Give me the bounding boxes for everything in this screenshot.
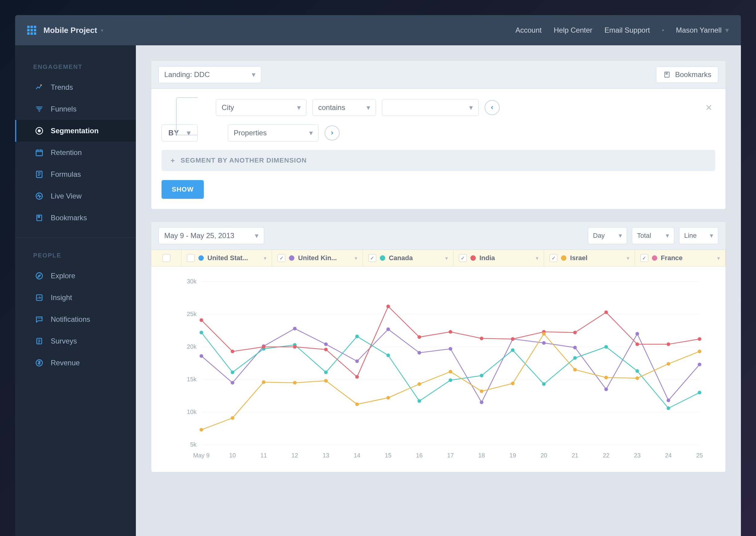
svg-point-44 <box>324 342 328 346</box>
remove-filter-button[interactable]: ✕ <box>705 103 715 113</box>
topbar: Mobile Project ▾ Account Help Center Ema… <box>15 15 741 45</box>
legend-item[interactable]: ✓United Kin...▾ <box>272 250 362 266</box>
sidebar-item-notifications[interactable]: Notifications <box>15 309 136 330</box>
user-menu[interactable]: Mason Yarnell ▾ <box>676 26 729 34</box>
nav-email-support[interactable]: Email Support <box>605 26 650 34</box>
sidebar-item-label: Funnels <box>51 105 77 113</box>
svg-point-70 <box>605 345 608 349</box>
sidebar-item-revenue[interactable]: Revenue <box>15 352 136 374</box>
liveview-icon <box>34 191 44 201</box>
checkbox-icon: ✓ <box>368 254 376 262</box>
legend-item[interactable]: ✓Canada▾ <box>363 250 454 266</box>
chevron-right-icon <box>330 130 335 136</box>
collapse-filter-button[interactable] <box>485 100 500 115</box>
series-color-dot <box>470 255 476 261</box>
chevron-down-icon: ▾ <box>264 255 266 261</box>
svg-point-107 <box>698 350 701 353</box>
segmentation-builder-card: Landing: DDC ▾ Bookmarks City ▾ <box>151 60 726 209</box>
svg-text:17: 17 <box>447 452 454 459</box>
svg-point-93 <box>262 381 266 384</box>
chevron-down-icon: ▾ <box>252 70 255 79</box>
formulas-icon <box>34 170 44 179</box>
insight-icon <box>34 293 44 302</box>
legend-item[interactable]: United Stat...▾ <box>181 250 272 266</box>
svg-point-76 <box>262 345 266 349</box>
sidebar-item-formulas[interactable]: Formulas <box>15 163 136 185</box>
legend-selectall[interactable] <box>151 250 181 266</box>
sidebar-item-live-view[interactable]: Live View <box>15 185 136 207</box>
legend-item[interactable]: ✓France▾ <box>635 250 726 266</box>
expand-groupby-button[interactable] <box>325 125 340 141</box>
sidebar-item-label: Formulas <box>51 170 81 179</box>
sidebar-item-segmentation[interactable]: Segmentation <box>15 120 136 142</box>
bookmarks-button[interactable]: Bookmarks <box>656 66 718 83</box>
add-dimension-button[interactable]: ＋ SEGMENT BY ANOTHER DIMENSION <box>162 150 715 171</box>
svg-point-53 <box>605 387 608 391</box>
legend-row: United Stat...▾✓United Kin...▾✓Canada▾✓I… <box>151 250 726 266</box>
svg-point-72 <box>667 406 670 410</box>
series-color-dot <box>289 255 294 261</box>
main-content: Landing: DDC ▾ Bookmarks City ▾ <box>136 45 741 536</box>
nav-help-center[interactable]: Help Center <box>554 26 592 34</box>
filter-operator-select[interactable]: contains ▾ <box>312 99 376 116</box>
sidebar-item-bookmarks[interactable]: Bookmarks <box>15 207 136 229</box>
legend-item[interactable]: ✓India▾ <box>454 250 544 266</box>
nav-account[interactable]: Account <box>515 26 542 34</box>
groupby-property-select[interactable]: Properties ▾ <box>228 124 319 141</box>
chevron-down-icon[interactable]: ▾ <box>101 27 103 33</box>
sidebar-item-funnels[interactable]: Funnels <box>15 98 136 120</box>
sidebar-item-surveys[interactable]: Surveys <box>15 330 136 352</box>
sidebar-item-trends[interactable]: Trends <box>15 77 136 98</box>
event-select[interactable]: Landing: DDC ▾ <box>159 66 261 83</box>
svg-text:25k: 25k <box>187 311 197 317</box>
filter-value-select[interactable]: ▾ <box>382 99 479 116</box>
sidebar-item-explore[interactable]: Explore <box>15 265 136 287</box>
sidebar-item-label: Segmentation <box>51 127 99 135</box>
svg-point-55 <box>667 398 670 402</box>
chevron-left-icon <box>489 105 495 110</box>
svg-point-80 <box>387 305 390 308</box>
legend-label: Israel <box>570 254 587 262</box>
sidebar-item-label: Bookmarks <box>51 214 87 222</box>
svg-point-58 <box>231 370 234 374</box>
svg-point-88 <box>636 342 639 346</box>
svg-point-84 <box>511 337 515 341</box>
app-launcher-icon[interactable] <box>27 26 36 35</box>
sidebar-item-label: Live View <box>51 192 81 200</box>
filter-property-select[interactable]: City ▾ <box>216 99 306 116</box>
svg-text:16: 16 <box>416 452 423 459</box>
checkbox-icon: ✓ <box>550 254 557 262</box>
svg-point-69 <box>573 356 577 360</box>
svg-point-46 <box>387 327 390 331</box>
checkbox-icon: ✓ <box>459 254 467 262</box>
measure-select[interactable]: Total ▾ <box>632 227 674 244</box>
sidebar-item-retention[interactable]: Retention <box>15 142 136 163</box>
chart-area: 5k10k15k20k25k30kMay 9101112131415161718… <box>151 266 726 472</box>
svg-point-6 <box>36 273 43 279</box>
chart-type-select[interactable]: Line ▾ <box>679 227 718 244</box>
trends-icon <box>34 83 44 92</box>
svg-text:18: 18 <box>478 452 485 459</box>
sidebar-item-insight[interactable]: Insight <box>15 287 136 309</box>
svg-point-81 <box>418 335 421 339</box>
svg-point-51 <box>542 341 546 345</box>
legend-item[interactable]: ✓Israel▾ <box>544 250 635 266</box>
svg-point-105 <box>636 377 639 380</box>
svg-point-75 <box>231 350 234 353</box>
svg-point-62 <box>355 334 359 338</box>
svg-point-74 <box>200 318 203 322</box>
chevron-down-icon: ▾ <box>666 232 669 240</box>
chevron-down-icon: ▾ <box>366 103 370 112</box>
date-range-select[interactable]: May 9 - May 25, 2013 ▾ <box>159 227 264 244</box>
granularity-select[interactable]: Day ▾ <box>588 227 627 244</box>
svg-text:15: 15 <box>385 452 392 459</box>
user-name: Mason Yarnell <box>676 26 722 34</box>
show-button[interactable]: SHOW <box>162 180 204 199</box>
svg-text:11: 11 <box>260 452 267 459</box>
project-name[interactable]: Mobile Project <box>44 26 97 35</box>
chevron-down-icon: ▾ <box>725 26 729 34</box>
legend-label: United Kin... <box>298 254 337 262</box>
checkbox-icon <box>162 254 170 262</box>
svg-point-77 <box>293 345 297 349</box>
chevron-down-icon: ▾ <box>619 232 622 240</box>
